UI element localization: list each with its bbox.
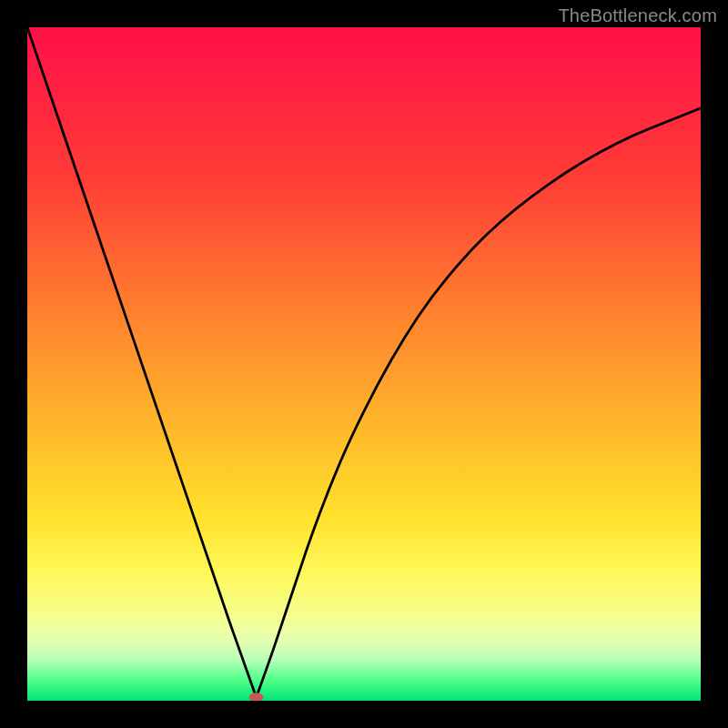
plot-area — [27, 27, 701, 701]
chart-background — [27, 27, 701, 701]
chart-svg — [27, 27, 701, 701]
chart-frame: TheBottleneck.com — [0, 0, 728, 728]
watermark: TheBottleneck.com — [558, 5, 717, 26]
